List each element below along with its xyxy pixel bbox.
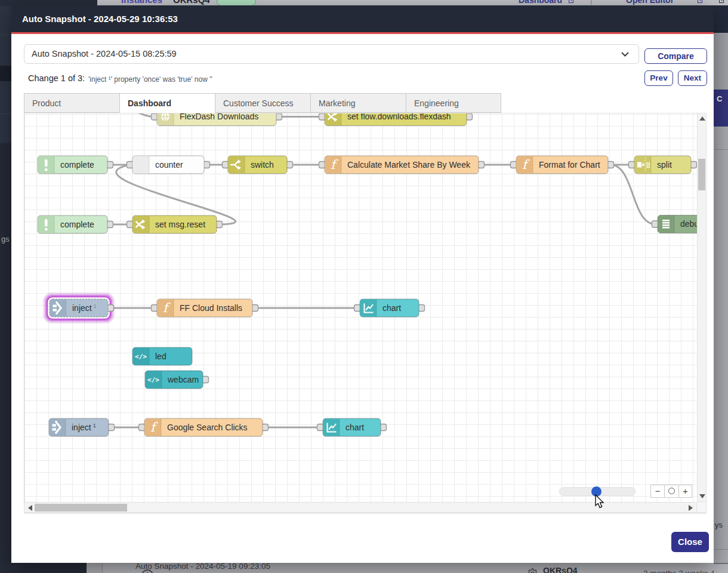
flow-node-format-for-chart[interactable]: fFormat for Chart bbox=[511, 156, 614, 174]
svg-text:</>: </> bbox=[135, 353, 147, 361]
flow-node-webcam[interactable]: </>webcam bbox=[145, 371, 209, 389]
flow-node-complete-2[interactable]: complete bbox=[38, 215, 113, 233]
flow-node-switch[interactable]: switch bbox=[223, 156, 293, 174]
breadcrumb-instance-name: OKRsQ4 bbox=[173, 0, 210, 5]
background-right-strip bbox=[714, 564, 728, 573]
node-label: chart bbox=[382, 303, 401, 313]
gear-icon bbox=[528, 568, 538, 573]
flow-node-flexdash-downloads[interactable]: FlexDash Downloads bbox=[152, 113, 282, 126]
clock-icon bbox=[141, 569, 154, 573]
tab-marketing[interactable]: Marketing bbox=[310, 93, 406, 113]
node-label: Format for Chart bbox=[539, 160, 600, 170]
mouse-cursor bbox=[594, 494, 606, 510]
node-label: split bbox=[657, 160, 672, 170]
dialog-title: Auto Snapshot - 2024-05-29 10:36:53 bbox=[22, 5, 178, 32]
change-counter-label: Change 1 of 3: bbox=[28, 73, 85, 83]
flow-node-counter[interactable]: counter bbox=[127, 156, 210, 174]
flow-node-chart-2[interactable]: chart bbox=[317, 418, 387, 436]
next-button[interactable]: Next bbox=[678, 70, 707, 86]
flow-node-calculate-market-share[interactable]: fCalculate Market Share By Week bbox=[319, 156, 485, 174]
dialog-header: Auto Snapshot - 2024-05-29 10:36:53 bbox=[11, 5, 714, 32]
flow-node-ff-cloud-installs[interactable]: fFF Cloud Installs bbox=[152, 299, 258, 317]
snapshot-table-row-label: Auto Snapshot - 2024-05-19 09:23:05 bbox=[135, 562, 270, 571]
inject-icon bbox=[50, 419, 66, 436]
vertical-scrollbar[interactable] bbox=[697, 113, 707, 502]
background-right-divider bbox=[714, 149, 728, 150]
node-label: set msg.reset bbox=[155, 220, 205, 229]
snapshot-compare-dialog: Auto Snapshot - 2024-05-29 10:36:53 Auto… bbox=[11, 5, 714, 563]
scroll-right-icon[interactable] bbox=[689, 505, 693, 511]
vertical-scrollbar-thumb[interactable] bbox=[698, 159, 705, 190]
external-link-icon bbox=[697, 0, 704, 4]
zoom-in-button[interactable]: + bbox=[678, 485, 692, 498]
flow-canvas-container: FlexDash Downloadsset flow.downloads.fle… bbox=[24, 113, 707, 513]
background-right-strip bbox=[714, 33, 728, 90]
compare-button[interactable]: Compare bbox=[644, 48, 707, 64]
open-editor-link[interactable]: Open Editor bbox=[626, 0, 674, 5]
sidebar-active-item bbox=[0, 66, 11, 81]
node-label: complete bbox=[60, 220, 94, 229]
node-label: FlexDash Downloads bbox=[180, 113, 258, 121]
sidebar-lower-section bbox=[0, 143, 11, 573]
flow-node-inject-2[interactable]: inject1 bbox=[49, 418, 115, 436]
node-label: webcam bbox=[167, 375, 199, 384]
debug-icon bbox=[658, 215, 675, 233]
node-label: counter bbox=[155, 160, 183, 170]
flow-node-google-search-clicks[interactable]: fGoogle Search Clicks bbox=[139, 418, 269, 436]
template-icon-glyph: </> bbox=[135, 353, 147, 361]
app-root: Instances OKRsQ4 Dashboard | Open Editor… bbox=[0, 0, 728, 573]
node-label: switch bbox=[251, 160, 274, 170]
flow-node-complete-1[interactable]: complete bbox=[38, 156, 113, 174]
background-sidebar-bottom bbox=[0, 562, 87, 573]
breadcrumb-instances[interactable]: Instances bbox=[121, 0, 162, 5]
background-bottom-divider bbox=[102, 562, 103, 573]
chart-icon bbox=[323, 419, 340, 436]
zoom-reset-button[interactable] bbox=[664, 485, 678, 498]
sidebar-divider bbox=[0, 113, 11, 114]
scroll-left-icon[interactable] bbox=[28, 505, 32, 511]
dashboard-link[interactable]: Dashboard bbox=[519, 0, 562, 5]
tab-engineering[interactable]: Engineering bbox=[406, 93, 501, 113]
prev-button[interactable]: Prev bbox=[644, 70, 673, 86]
inject-icon bbox=[50, 300, 67, 317]
flow-node-set-flow-downloads[interactable]: set flow.downloads.flexdash bbox=[319, 113, 473, 126]
snapshot-select-value: Auto Snapshot - 2024-05-15 08:25:59 bbox=[32, 49, 177, 58]
close-button[interactable]: Close bbox=[671, 532, 709, 552]
flow-node-debug[interactable]: debug bbox=[652, 215, 698, 233]
sidebar-divider bbox=[0, 35, 11, 35]
instance-table-row-label: OKRsQ4 bbox=[543, 566, 578, 573]
tab-product[interactable]: Product bbox=[24, 93, 119, 113]
change-detail-text: 'inject ¹' property 'once' was 'true' no… bbox=[88, 75, 212, 84]
node-label: Google Search Clicks bbox=[167, 423, 248, 432]
background-sidebar: gs bbox=[0, 6, 11, 573]
nav-link-separator: | bbox=[590, 0, 593, 5]
flow-node-inject-1[interactable]: inject1 bbox=[45, 294, 114, 322]
template-icon-glyph: </> bbox=[147, 376, 159, 384]
complete-icon-glyph bbox=[45, 219, 48, 231]
background-right-strip bbox=[714, 5, 728, 33]
complete-icon-glyph bbox=[45, 159, 48, 171]
background-right-divider bbox=[714, 549, 728, 550]
sidebar-item-label-fragment: gs bbox=[1, 235, 10, 244]
zoom-out-button[interactable]: − bbox=[650, 485, 664, 498]
node-label: Calculate Market Share By Week bbox=[347, 160, 471, 170]
flow-node-chart-1[interactable]: chart bbox=[354, 299, 425, 317]
node-label: chart bbox=[346, 423, 364, 432]
flow-node-split[interactable]: split bbox=[629, 156, 697, 174]
snapshot-select[interactable]: Auto Snapshot - 2024-05-15 08:25:59 bbox=[24, 44, 639, 64]
flow-node-led[interactable]: </>led bbox=[132, 347, 192, 365]
svg-text:</>: </> bbox=[147, 376, 159, 384]
scroll-up-icon[interactable] bbox=[699, 116, 705, 121]
flow-node-set-msg-reset[interactable]: set msg.reset bbox=[127, 215, 223, 233]
flow-wire[interactable] bbox=[118, 113, 154, 117]
external-link-icon bbox=[718, 0, 726, 4]
scroll-down-icon[interactable] bbox=[699, 494, 705, 498]
zoom-controls: − + bbox=[650, 485, 692, 498]
tab-dashboard[interactable]: Dashboard bbox=[119, 93, 215, 113]
flow-canvas[interactable]: FlexDash Downloadsset flow.downloads.fle… bbox=[24, 113, 697, 502]
tab-customer-success[interactable]: Customer Success bbox=[215, 93, 310, 113]
background-right-button-fragment: C bbox=[714, 90, 728, 127]
background-bottom-gutter bbox=[87, 562, 103, 573]
horizontal-scrollbar-thumb[interactable] bbox=[35, 504, 127, 512]
counter-icon bbox=[133, 156, 150, 174]
